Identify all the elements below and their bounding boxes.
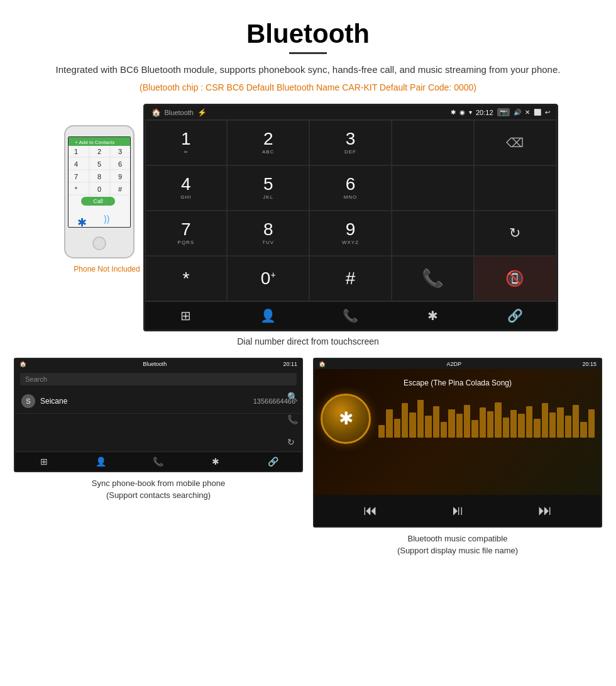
music-content-area: Escape (The Pina Colada Song) ✱ [314,369,601,495]
side-phone-icon[interactable]: 📞 [287,414,298,424]
vis-bar [409,412,415,438]
vis-bar [417,400,424,438]
vis-bar [456,414,463,438]
main-section: + Add to Contacts 1 2 3 4 5 6 7 8 9 * 0 … [13,104,603,331]
vis-bar [518,414,524,438]
bt-status-icon: ✱ [451,109,456,116]
svg-text:#: # [118,185,122,193]
music-caption: Bluetooth music compatible (Support disp… [397,533,518,557]
page-title: Bluetooth [13,19,603,49]
home-icon: 🏠 [151,108,161,117]
svg-text:7: 7 [74,173,77,180]
pb-bottom-bt[interactable]: ✱ [187,456,245,467]
phone-mockup-image: + Add to Contacts 1 2 3 4 5 6 7 8 9 * 0 … [58,123,156,274]
back-icon[interactable]: ↩ [545,109,550,116]
music-time: 20:15 [582,361,597,367]
subtitle-text: Integrated with BC6 Bluetooth module, su… [13,63,603,77]
dial-key-6[interactable]: 6MNO [309,165,392,211]
dial-key-8[interactable]: 8TUV [227,211,309,256]
side-reload-icon[interactable]: ↻ [287,437,298,447]
bottom-icon-bluetooth[interactable]: ✱ [392,308,474,323]
music-visualizer [378,400,595,438]
pb-bottom-grid[interactable]: ⊞ [15,456,72,467]
dial-reload[interactable]: ↻ [474,211,556,256]
vis-bar [549,412,556,438]
dialpad-grid: 1∞ 2ABC 3DEF ⌫ 4GHI 5JKL 6MNO 7PQRS 8TUV… [145,119,556,301]
prev-track-button[interactable]: ⏮ [363,502,377,519]
contact-avatar: S [21,394,35,408]
vis-bar [534,419,540,438]
dial-key-5[interactable]: 5JKL [227,165,309,211]
bottom-icon-contacts[interactable]: 👤 [227,308,309,323]
dial-key-9[interactable]: 9WXYZ [309,211,392,256]
svg-text:✱: ✱ [77,216,87,229]
dial-backspace[interactable]: ⌫ [474,120,556,165]
time-display: 20:12 [476,109,493,116]
album-bt-icon: ✱ [339,408,353,429]
status-left-icons: 🏠 Bluetooth ⚡ [151,108,207,117]
vis-bar [588,409,595,438]
window-icon: ⬜ [534,109,541,116]
svg-text:+ Add to Contacts: + Add to Contacts [75,140,114,145]
bottom-icon-link[interactable]: 🔗 [474,308,556,323]
svg-text:5: 5 [97,160,101,168]
music-screen-wrap: 🏠 A2DP 20:15 Escape (The Pina Colada Son… [313,358,602,557]
bottom-icon-phone[interactable]: 📞 [309,308,392,323]
dial-key-4[interactable]: 4GHI [145,165,228,211]
svg-text:3: 3 [118,148,121,155]
bluetooth-title: Bluetooth [165,109,194,116]
dial-empty-2 [392,165,474,211]
contact-name: Seicane [40,397,253,406]
vis-bar [487,411,493,438]
specs-text: (Bluetooth chip : CSR BC6 Default Blueto… [13,82,603,92]
dial-key-1[interactable]: 1∞ [145,120,228,165]
phonebook-spacer [15,414,302,451]
dial-key-3[interactable]: 3DEF [309,120,392,165]
next-track-button[interactable]: ⏭ [538,502,552,519]
vis-bar [542,403,548,438]
search-placeholder: Search [25,375,47,383]
vis-bar [386,409,392,438]
music-main-area: ✱ [321,394,595,444]
phonebook-status-bar: 🏠 Bluetooth 20:11 [15,359,302,369]
dial-end-button[interactable]: 📵 [474,256,556,301]
play-pause-button[interactable]: ⏯ [451,502,465,519]
dial-call-button[interactable]: 📞 [392,256,474,301]
vis-bar [448,409,454,438]
music-controls: ⏮ ⏯ ⏭ [314,495,601,526]
phonebook-search-bar[interactable]: Search [20,373,297,385]
vis-bar [565,416,571,438]
svg-text:6: 6 [118,160,121,168]
close-icon: ✕ [525,109,530,116]
phonebook-home-icon: 🏠 [19,361,26,367]
vis-bar [433,406,439,438]
svg-text:Call: Call [93,198,103,204]
status-right-icons: ✱ ◉ ▾ 20:12 📷 🔊 ✕ ⬜ ↩ [451,108,550,116]
vis-bar [526,406,532,438]
dial-empty-1 [392,120,474,165]
dial-key-0[interactable]: 0+ [227,256,309,301]
dial-key-hash[interactable]: # [309,256,392,301]
contact-list-item[interactable]: S Seicane 13566664466 [15,389,302,414]
phonebook-bottom-bar: ⊞ 👤 📞 ✱ 🔗 [15,451,302,471]
pb-bottom-link[interactable]: 🔗 [245,456,302,467]
bottom-icon-grid[interactable]: ⊞ [145,308,228,323]
camera-icon: 📷 [497,108,510,116]
dial-key-7[interactable]: 7PQRS [145,211,228,256]
side-search-icon[interactable]: 🔍 [287,392,298,402]
vis-bar [495,402,501,438]
title-divider [289,52,327,54]
usb-icon: ⚡ [197,108,207,117]
album-art: ✱ [321,394,371,444]
phonebook-side-icons: 🔍 📞 ↻ [287,392,298,447]
song-title: Escape (The Pina Colada Song) [404,379,512,387]
pb-bottom-phone[interactable]: 📞 [129,456,187,467]
dial-key-star[interactable]: * [145,256,228,301]
music-home-icon: 🏠 [319,361,326,367]
dial-key-2[interactable]: 2ABC [227,120,309,165]
svg-text:2: 2 [97,148,101,155]
vis-bar [378,425,385,438]
pb-bottom-contacts[interactable]: 👤 [72,456,129,467]
vis-bar [510,410,517,438]
music-title: A2DP [446,361,461,367]
